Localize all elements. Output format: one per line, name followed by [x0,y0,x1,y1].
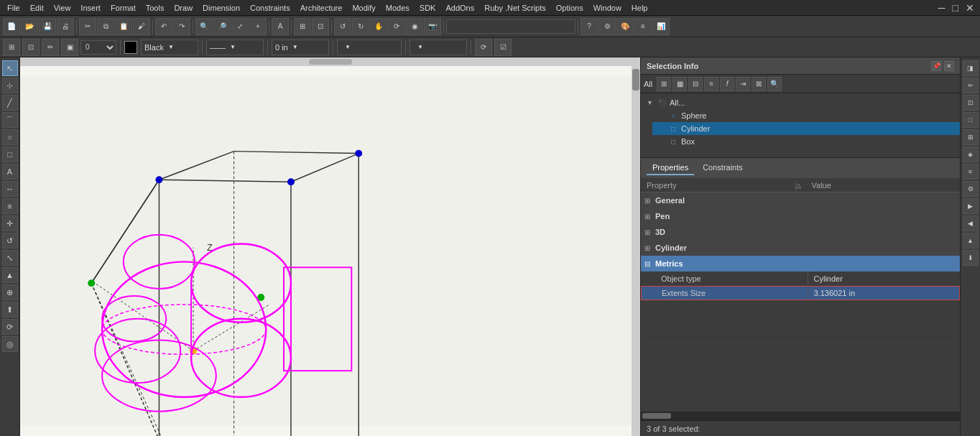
hatch-tool[interactable]: ≡ [2,198,18,214]
select-tool[interactable]: ↖ [2,60,18,76]
prop-object-type[interactable]: Object type Cylinder [641,272,960,286]
text-button[interactable]: A [272,18,289,35]
group-metrics[interactable]: ⊟ Metrics [641,256,960,272]
canvas-area[interactable]: Z [20,57,640,436]
menu-architecture[interactable]: Architecture [296,2,347,14]
pt-search[interactable]: 🔍 [767,77,782,91]
all-label[interactable]: All [644,80,652,88]
maximize-btn[interactable]: □ [950,2,961,14]
menu-options[interactable]: Options [552,2,588,14]
text-tool[interactable]: A [2,164,18,180]
paste-button[interactable]: 📋 [115,18,132,35]
pt-btn-6[interactable]: ⇥ [736,77,750,91]
draw-arc-tool[interactable]: ⌒ [2,112,18,128]
apply-btn[interactable]: ☑ [494,39,512,56]
select-btn[interactable]: ⊞ [3,39,20,56]
scale-tool[interactable]: ⤡ [2,250,18,266]
draw-circle-tool[interactable]: ○ [2,129,18,145]
fr-btn-4[interactable]: □ [963,112,979,128]
tree-root[interactable]: ▼ ⚫ All... [641,96,960,109]
menu-addons[interactable]: AddOns [441,2,479,14]
zoom-fit-button[interactable]: ⤢ [231,18,249,35]
zoom-realtime-button[interactable]: 🔍 [195,18,213,35]
col-sort[interactable]: △ [796,182,806,189]
fr-btn-7[interactable]: ≡ [963,164,979,180]
menu-edit[interactable]: Edit [26,2,48,14]
cylinder-expand[interactable]: ⊞ [641,240,654,256]
open-button[interactable]: 📂 [21,18,38,35]
pan-button[interactable]: ✋ [370,18,387,35]
grid-button[interactable]: ⊞ [294,18,311,35]
menu-view[interactable]: View [50,2,75,14]
palette-button[interactable]: 🎨 [616,18,634,35]
pen-btn[interactable]: ✏ [42,39,59,56]
fr-btn-2[interactable]: ✏ [963,78,979,93]
fr-btn-3[interactable]: ⊡ [963,95,979,111]
orbit-3d-tool[interactable]: ⟳ [2,319,18,335]
fr-btn-12[interactable]: ⬇ [963,250,979,266]
draw-line-tool[interactable]: ╱ [2,95,18,111]
fr-btn-9[interactable]: ▶ [963,198,979,214]
weight-dropdown[interactable]: ▼ [410,40,467,55]
menu-help[interactable]: Help [627,2,652,14]
group-pen[interactable]: ⊞ Pen [641,208,960,224]
linetype-dropdown[interactable]: —— ▼ [206,40,264,55]
rotate-tool[interactable]: ↺ [2,233,18,249]
node-tool[interactable]: ⊹ [2,78,18,93]
menu-tools[interactable]: Tools [142,2,169,14]
menu-dimension[interactable]: Dimension [198,2,244,14]
fr-btn-11[interactable]: ▲ [963,233,979,249]
redo-button[interactable]: ↷ [173,18,190,35]
scroll-top[interactable] [20,57,640,66]
metrics-expand[interactable]: ⊟ [641,256,654,272]
view-combo[interactable] [446,19,575,34]
dim-tool[interactable]: ↔ [2,181,18,197]
panel-close-btn[interactable]: ✕ [944,61,954,71]
push-pull-tool[interactable]: ⬆ [2,302,18,317]
canvas-vscroll[interactable] [632,66,640,436]
linewidth-dropdown[interactable]: 0 in ▼ [272,40,329,55]
tab-properties[interactable]: Properties [647,161,694,175]
snap-mode-btn[interactable]: ⊡ [22,39,40,56]
menu-modify[interactable]: Modify [348,2,379,14]
rotate-left-button[interactable]: ↺ [334,18,351,35]
format-paint-button[interactable]: 🖌 [133,18,150,35]
new-button[interactable]: 📄 [3,18,20,35]
color-dropdown[interactable]: Black ▼ [141,40,198,55]
help-button[interactable]: ? [581,18,598,35]
3d-expand[interactable]: ⊞ [641,224,654,240]
fr-btn-1[interactable]: ◨ [963,60,979,76]
group-general[interactable]: ⊞ General [641,193,960,208]
tree-sphere[interactable]: ○ Sphere [652,109,960,122]
tree-box[interactable]: □ Box [652,135,960,148]
pt-btn-1[interactable]: ⊞ [657,77,671,91]
zoom-window-button[interactable]: 🔎 [213,18,231,35]
fr-btn-10[interactable]: ◀ [963,215,979,231]
copy-button[interactable]: ⧉ [97,18,114,35]
rotate-right-button[interactable]: ↻ [352,18,369,35]
pen-expand[interactable]: ⊞ [641,208,654,224]
general-expand[interactable]: ⊞ [641,193,654,208]
menu-sdk[interactable]: SDK [415,2,440,14]
menu-modes[interactable]: Modes [382,2,414,14]
menu-ruby[interactable]: Ruby .Net Scripts [480,2,550,14]
draw-rect-tool[interactable]: □ [2,147,18,162]
print-button[interactable]: 🖨 [57,18,74,35]
props-hscroll[interactable] [641,412,960,420]
minimize-btn[interactable]: ─ [935,2,948,14]
orbit-button[interactable]: ⟳ [388,18,405,35]
3d-extrude-tool[interactable]: ▲ [2,267,18,283]
undo-button[interactable]: ↶ [155,18,172,35]
menu-insert[interactable]: Insert [76,2,105,14]
layer-select[interactable]: 0 [80,40,116,55]
cut-button[interactable]: ✂ [79,18,96,35]
snap-button[interactable]: ⊡ [312,18,329,35]
group-3d[interactable]: ⊞ 3D [641,224,960,240]
camera-button[interactable]: 📷 [424,18,441,35]
color-swatch[interactable] [124,41,137,54]
prop-extents-size[interactable]: Extents Size 3.136021 in [641,286,960,300]
pt-btn-7[interactable]: ⊠ [752,77,766,91]
boolean-tool[interactable]: ⊕ [2,284,18,300]
properties-button[interactable]: 📊 [652,18,670,35]
settings-button[interactable]: ⚙ [598,18,616,35]
